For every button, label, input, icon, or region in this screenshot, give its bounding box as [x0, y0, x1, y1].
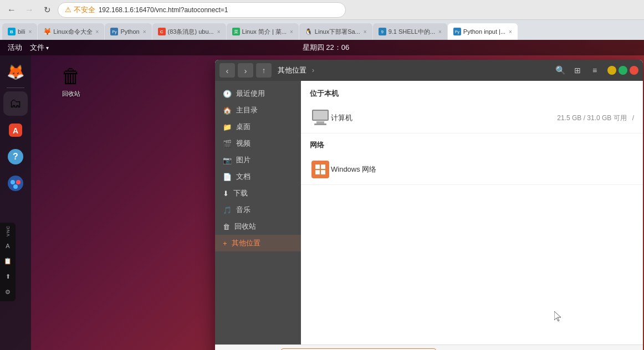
svg-rect-11 — [314, 123, 326, 125]
fm-location-bar[interactable]: 其他位置 › — [274, 64, 550, 76]
tab-close-icon[interactable]: × — [96, 29, 99, 35]
sidebar-other-label: 其他位置 — [232, 238, 260, 248]
vnc-upload-icon[interactable]: ⬆ — [2, 271, 14, 283]
sidebar-item-videos[interactable]: 🎬 视频 — [215, 135, 301, 152]
tab-close-icon[interactable]: × — [364, 29, 367, 35]
dock-icon-help[interactable]: ? — [3, 145, 28, 169]
ubuntu-desktop: 活动 文件 ▾ 星期四 22：06 🦊 🗂 A ? VNC A 📋 ⬆ ⚙ — [0, 40, 644, 350]
sidebar-item-home[interactable]: 🏠 主目录 — [215, 102, 301, 119]
files-menu-arrow: ▾ — [46, 45, 49, 51]
server-address-input[interactable] — [281, 348, 436, 351]
vnc-keyboard-icon[interactable]: A — [2, 240, 14, 252]
vnc-label: VNC — [6, 225, 11, 236]
refresh-button[interactable]: ↻ — [40, 3, 54, 17]
vnc-side-panel: VNC A 📋 ⬆ ⚙ — [0, 223, 16, 301]
linux-cmd-favicon: 🦊 — [43, 28, 51, 35]
dock-separator — [7, 87, 24, 88]
fm-window-controls — [607, 66, 638, 75]
dock-icon-files[interactable]: 🗂 — [3, 91, 28, 116]
tab-linux-deploy-label: Linux下部署Sa... — [315, 28, 360, 36]
fm-up-button[interactable]: ↑ — [256, 63, 272, 78]
back-button[interactable]: ← — [4, 3, 19, 17]
tab-ubuntu-news[interactable]: C (83条消息) ubu... × — [152, 23, 226, 40]
pictures-icon: 📷 — [223, 156, 232, 164]
fm-body: 🕐 最近使用 🏠 主目录 📁 桌面 🎬 视频 📷 图片 — [215, 81, 643, 344]
recycle-bin-label: 回收站 — [62, 90, 80, 98]
dock-icon-software[interactable]: A — [3, 118, 28, 142]
address-bar[interactable]: ⚠ 不安全 192.168.1.6:16470/vnc.html?autocon… — [58, 2, 346, 18]
sidebar-item-pictures[interactable]: 📷 图片 — [215, 152, 301, 168]
fm-back-button[interactable]: ‹ — [219, 63, 235, 78]
fm-close-button[interactable] — [630, 66, 638, 75]
svg-text:A: A — [13, 126, 18, 135]
sidebar-downloads-label: 下载 — [233, 188, 248, 198]
linux-intro-favicon: 菜 — [232, 28, 240, 35]
tab-close-icon[interactable]: × — [217, 29, 221, 35]
tab-ubuntu-label: (83条消息) ubu... — [168, 28, 214, 36]
sidebar-item-trash[interactable]: 🗑 回收站 — [215, 218, 301, 235]
fm-menu-button[interactable]: ≡ — [587, 63, 602, 78]
python-input-favicon: Py — [453, 28, 461, 35]
vnc-settings-icon[interactable]: ⚙ — [2, 286, 14, 298]
sidebar-item-documents[interactable]: 📄 文档 — [215, 168, 301, 185]
tab-bili[interactable]: B bili × — [2, 23, 37, 40]
sidebar-item-music[interactable]: 🎵 音乐 — [215, 202, 301, 218]
recent-icon: 🕐 — [223, 90, 232, 98]
tab-close-icon[interactable]: × — [28, 29, 32, 35]
files-menu-button[interactable]: 文件 ▾ — [30, 43, 49, 53]
tab-python[interactable]: Py Python × — [105, 23, 151, 40]
sidebar-item-downloads[interactable]: ⬇ 下载 — [215, 185, 301, 202]
computer-icon — [310, 107, 331, 128]
fm-toolbar-right: 🔍 ⊞ ≡ — [553, 63, 638, 78]
fm-view-button[interactable]: ⊞ — [570, 63, 585, 78]
tab-close-icon[interactable]: × — [438, 29, 442, 35]
computer-info: 21.5 GB / 31.0 GB 可用 — [557, 114, 626, 123]
local-section-header: 位于本机 — [301, 81, 643, 103]
tab-close-icon[interactable]: × — [143, 29, 146, 35]
forward-button[interactable]: → — [22, 3, 37, 17]
tab-linux-deploy[interactable]: 🐧 Linux下部署Sa... × — [299, 23, 372, 40]
sidebar-videos-label: 视频 — [236, 138, 251, 148]
tab-close-icon[interactable]: × — [290, 29, 293, 35]
tab-python-input[interactable]: Py Python input |... × — [448, 23, 518, 40]
fm-forward-button[interactable]: › — [238, 63, 253, 78]
svg-rect-12 — [315, 164, 320, 169]
videos-icon: 🎬 — [223, 140, 232, 148]
svg-rect-15 — [321, 170, 325, 174]
tab-linux-cmd-label: Linux命令大全 — [53, 28, 92, 36]
fm-minimize-button[interactable] — [607, 66, 616, 75]
tab-close-icon[interactable]: × — [509, 29, 512, 35]
file-manager-window: ‹ › ↑ 其他位置 › 🔍 ⊞ ≡ — [215, 60, 643, 350]
tab-linux-intro-label: Linux 简介 | 菜... — [242, 28, 287, 36]
address-text: 192.168.1.6:16470/vnc.html?autoconnect=1 — [99, 6, 228, 14]
dock-icon-baidu[interactable] — [3, 171, 28, 195]
computer-row[interactable]: 计算机 21.5 GB / 31.0 GB 可用 / — [301, 103, 643, 133]
sidebar-home-label: 主目录 — [236, 105, 258, 115]
fm-titlebar: ‹ › ↑ 其他位置 › 🔍 ⊞ ≡ — [215, 60, 643, 81]
sidebar-item-other[interactable]: + 其他位置 — [215, 235, 301, 251]
svg-point-6 — [16, 180, 21, 184]
tab-bar: B bili × 🦊 Linux命令大全 × Py Python × C (83… — [0, 20, 644, 40]
dock-icon-firefox[interactable]: 🦊 — [3, 60, 28, 84]
recycle-bin-icon[interactable]: 🗑 回收站 — [61, 65, 81, 98]
bili-favicon: B — [8, 28, 16, 35]
svg-rect-14 — [315, 170, 320, 174]
computer-name: 计算机 — [331, 113, 557, 123]
fm-search-button[interactable]: 🔍 — [553, 63, 568, 78]
vnc-clipboard-icon[interactable]: 📋 — [2, 255, 14, 267]
desktop-icon: 📁 — [223, 123, 232, 131]
svg-point-7 — [13, 184, 18, 189]
sidebar-item-recent[interactable]: 🕐 最近使用 — [215, 85, 301, 102]
tab-linux-intro[interactable]: 菜 Linux 简介 | 菜... × — [227, 23, 299, 40]
tab-shell[interactable]: 9 9.1 SHELL中的... × — [373, 23, 447, 40]
shell-favicon: 9 — [379, 28, 386, 35]
tab-linux-cmd[interactable]: 🦊 Linux命令大全 × — [38, 23, 104, 40]
activities-button[interactable]: 活动 — [8, 43, 22, 53]
windows-network-row[interactable]: Windows 网络 — [301, 155, 643, 185]
sidebar-item-desktop[interactable]: 📁 桌面 — [215, 119, 301, 135]
python-favicon: Py — [110, 28, 118, 35]
downloads-icon: ⬇ — [223, 189, 229, 198]
fm-maximize-button[interactable] — [619, 66, 627, 75]
svg-text:?: ? — [13, 152, 18, 161]
ubuntu-news-favicon: C — [158, 28, 166, 35]
